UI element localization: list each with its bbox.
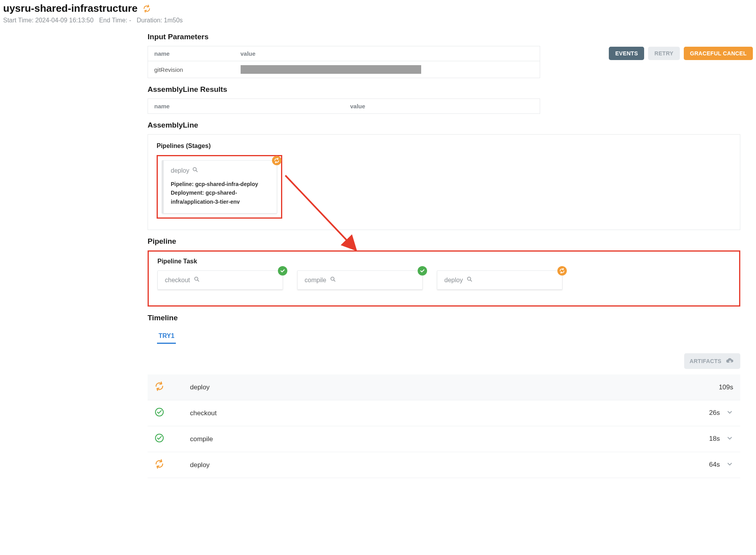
table-row: gitRevision bbox=[148, 61, 540, 78]
end-time-value: - bbox=[129, 17, 131, 24]
col-name: name bbox=[148, 46, 234, 61]
timeline-row[interactable]: deploy64s bbox=[148, 452, 740, 478]
input-parameters-title: Input Parameters bbox=[148, 33, 753, 41]
timeline-step-duration: 109s bbox=[719, 383, 733, 391]
stage-highlight-frame: deploy Pipeline: gcp-shared-infra-deploy… bbox=[157, 155, 282, 219]
duration-label: Duration: bbox=[137, 17, 162, 24]
input-parameters-table: name value gitRevision bbox=[148, 46, 540, 78]
run-meta: Start Time: 2024-04-09 16:13:50 End Time… bbox=[3, 17, 753, 24]
duration-value: 1m50s bbox=[164, 17, 183, 24]
task-card[interactable]: compile bbox=[297, 270, 423, 290]
pipeline-task-title: Pipeline Task bbox=[157, 258, 730, 265]
timeline-step-duration: 26s bbox=[709, 409, 720, 416]
start-time-value: 2024-04-09 16:13:50 bbox=[35, 17, 94, 24]
artifacts-button[interactable]: ARTIFACTS bbox=[684, 353, 740, 369]
search-icon[interactable] bbox=[467, 276, 473, 284]
pipeline-highlight-frame: Pipeline Task checkoutcompiledeploy bbox=[148, 250, 740, 307]
col-name: name bbox=[148, 99, 344, 114]
task-name: compile bbox=[305, 277, 326, 284]
timeline-tabs: TRY1 bbox=[148, 329, 753, 344]
search-icon[interactable] bbox=[194, 276, 200, 284]
page-title: uysru-shared-infrastructure bbox=[3, 2, 137, 15]
param-value bbox=[234, 61, 540, 78]
chevron-down-icon[interactable] bbox=[726, 460, 733, 469]
retry-button[interactable]: RETRY bbox=[648, 47, 679, 60]
running-badge-icon bbox=[272, 156, 281, 165]
artifacts-label: ARTIFACTS bbox=[690, 358, 721, 364]
task-name: checkout bbox=[165, 277, 190, 284]
timeline-table: deploy109scheckout26scompile18sdeploy64s bbox=[148, 374, 740, 478]
cloud-download-icon bbox=[725, 356, 735, 366]
redacted-value bbox=[241, 65, 421, 74]
success-icon bbox=[155, 407, 164, 417]
task-card[interactable]: checkout bbox=[157, 270, 283, 290]
search-icon[interactable] bbox=[330, 276, 336, 284]
stages-title: Pipelines (Stages) bbox=[157, 142, 731, 150]
running-badge-icon bbox=[557, 266, 567, 276]
refresh-icon[interactable] bbox=[143, 5, 151, 13]
graceful-cancel-button[interactable]: GRACEFUL CANCEL bbox=[684, 47, 753, 60]
timeline-row: deploy109s bbox=[148, 374, 740, 400]
assembly-results-title: AssemblyLine Results bbox=[148, 85, 753, 94]
success-badge-icon bbox=[418, 266, 427, 276]
stage-name: deploy bbox=[171, 167, 189, 174]
timeline-row[interactable]: compile18s bbox=[148, 426, 740, 452]
task-card[interactable]: deploy bbox=[437, 270, 562, 290]
chevron-down-icon[interactable] bbox=[726, 409, 733, 418]
start-time-label: Start Time: bbox=[3, 17, 33, 24]
timeline-step-name: checkout bbox=[171, 400, 501, 426]
pipeline-title: Pipeline bbox=[148, 237, 753, 246]
chevron-down-icon[interactable] bbox=[726, 435, 733, 444]
param-name: gitRevision bbox=[148, 61, 234, 78]
timeline-step-name: deploy bbox=[171, 374, 501, 400]
assemblyline-panel: Pipelines (Stages) deploy Pipeline: gcp-… bbox=[148, 134, 740, 230]
action-buttons: EVENTS RETRY GRACEFUL CANCEL bbox=[609, 47, 753, 60]
running-icon bbox=[155, 382, 164, 391]
timeline-row[interactable]: checkout26s bbox=[148, 400, 740, 426]
timeline-step-name: compile bbox=[171, 426, 501, 452]
stage-card[interactable]: deploy Pipeline: gcp-shared-infra-deploy… bbox=[162, 160, 277, 214]
timeline-title: Timeline bbox=[148, 314, 753, 322]
pipeline-value: gcp-shared-infra-deploy bbox=[195, 181, 258, 187]
page-header: uysru-shared-infrastructure Start Time: … bbox=[3, 2, 753, 24]
success-icon bbox=[155, 433, 164, 443]
events-button[interactable]: EVENTS bbox=[609, 47, 644, 60]
success-badge-icon bbox=[278, 266, 287, 276]
end-time-label: End Time: bbox=[99, 17, 127, 24]
col-value: value bbox=[234, 46, 540, 61]
assemblyline-title: AssemblyLine bbox=[148, 121, 753, 130]
search-icon[interactable] bbox=[192, 167, 198, 174]
task-name: deploy bbox=[444, 277, 463, 284]
running-icon bbox=[155, 459, 164, 469]
timeline-step-name: deploy bbox=[171, 452, 501, 478]
deployment-label: Deployment: bbox=[171, 190, 204, 196]
assembly-results-table: name value bbox=[148, 99, 540, 114]
tab-try1[interactable]: TRY1 bbox=[157, 329, 176, 344]
col-value: value bbox=[344, 99, 540, 114]
pipeline-label: Pipeline: bbox=[171, 181, 194, 187]
timeline-step-duration: 18s bbox=[709, 435, 720, 442]
timeline-step-duration: 64s bbox=[709, 461, 720, 468]
